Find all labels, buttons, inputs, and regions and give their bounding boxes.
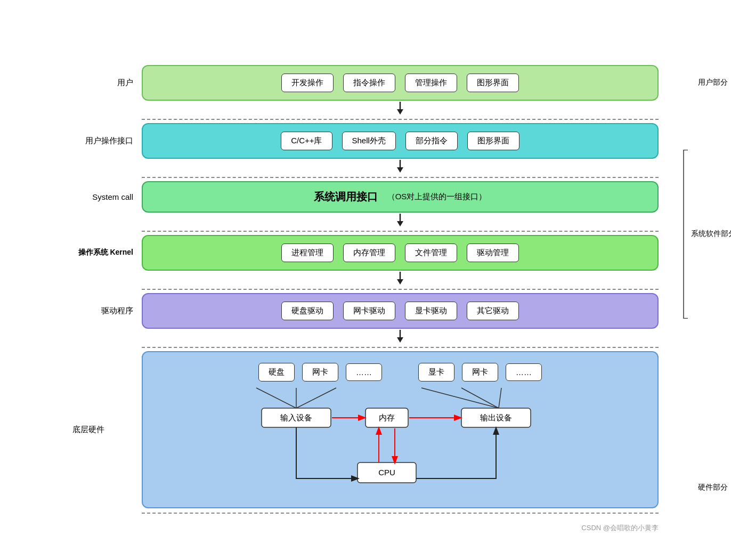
- watermark: CSDN @会唱歌的小黄李: [581, 523, 659, 533]
- user-layer: 开发操作 指令操作 管理操作 图形界面: [142, 65, 659, 101]
- svg-line-17: [461, 388, 499, 408]
- hw-graphics: 显卡: [418, 363, 454, 382]
- separator-5: [142, 347, 659, 348]
- ui-item-3: 图形界面: [467, 132, 519, 150]
- syscall-layer: 系统调用接口 （OS对上提供的一组接口）: [142, 181, 659, 213]
- driver-row: 驱动程序 硬盘驱动 网卡驱动 显卡驱动 其它驱动: [72, 293, 659, 329]
- hw-dots2: ……: [506, 363, 542, 381]
- svg-text:输入设备: 输入设备: [280, 413, 312, 422]
- driver-label: 驱动程序: [72, 306, 142, 316]
- kernel-label: 操作系统 Kernel: [72, 248, 142, 257]
- svg-marker-1: [397, 109, 403, 115]
- hw-netcard1: 网卡: [302, 363, 338, 382]
- hardware-diagram: 输入设备 内存 输出设备: [159, 388, 641, 494]
- driver-item-1: 网卡驱动: [343, 302, 395, 320]
- hardware-label: 底层硬件: [72, 351, 142, 508]
- user-part-label-container: 用户部分: [698, 65, 728, 101]
- user-interface-layer: C/C++库 Shell外壳 部分指令 图形界面: [142, 123, 659, 159]
- syscall-title: 系统调用接口: [314, 190, 378, 204]
- sys-soft-label: 系统软件部分: [691, 229, 731, 239]
- user-part-label: 用户部分: [698, 78, 728, 87]
- driver-layer: 硬盘驱动 网卡驱动 显卡驱动 其它驱动: [142, 293, 659, 329]
- separator-3: [142, 231, 659, 232]
- hardware-top-items: 硬盘 网卡 …… 显卡 网卡 ……: [258, 363, 542, 382]
- user-interface-label: 用户操作接口: [72, 136, 142, 146]
- separator-1: [142, 119, 659, 120]
- ui-item-0: C/C++库: [281, 132, 332, 150]
- svg-line-13: [256, 388, 296, 408]
- svg-text:内存: 内存: [379, 413, 395, 422]
- svg-text:输出设备: 输出设备: [480, 413, 512, 422]
- arrow-1: [142, 101, 659, 116]
- user-item-1: 指令操作: [343, 74, 395, 92]
- kernel-layer: 进程管理 内存管理 文件管理 驱动管理: [142, 235, 659, 271]
- driver-item-2: 显卡驱动: [405, 302, 457, 320]
- hardware-part-label: 硬件部分: [698, 483, 728, 492]
- hw-netcard2: 网卡: [462, 363, 498, 382]
- syscall-subtitle: （OS对上提供的一组接口）: [387, 192, 487, 202]
- svg-marker-5: [397, 221, 403, 226]
- arrow-3: [142, 213, 659, 228]
- arrow-5: [142, 329, 659, 344]
- hw-harddisk: 硬盘: [258, 363, 295, 382]
- kernel-item-0: 进程管理: [281, 244, 334, 262]
- svg-line-15: [296, 388, 336, 408]
- driver-item-0: 硬盘驱动: [281, 302, 334, 320]
- svg-marker-3: [397, 167, 403, 173]
- hardware-layer: 硬盘 网卡 …… 显卡 网卡 ……: [142, 351, 659, 508]
- driver-item-3: 其它驱动: [467, 302, 519, 320]
- svg-marker-10: [397, 279, 403, 285]
- kernel-item-3: 驱动管理: [467, 244, 519, 262]
- syscall-label: System call: [72, 192, 142, 201]
- hardware-row: 底层硬件 硬盘 网卡 …… 显卡 网卡 ……: [72, 351, 659, 508]
- user-label: 用户: [72, 78, 142, 88]
- svg-line-18: [499, 388, 501, 408]
- user-item-2: 管理操作: [405, 74, 457, 92]
- ui-item-1: Shell外壳: [342, 132, 396, 150]
- separator-2: [142, 177, 659, 178]
- arrow-4: [142, 271, 659, 286]
- user-item-3: 图形界面: [467, 74, 519, 92]
- sys-soft-label-container: 系统软件部分: [678, 150, 731, 319]
- ui-item-2: 部分指令: [405, 132, 458, 150]
- arrow-2: [142, 159, 659, 174]
- svg-line-16: [421, 388, 499, 408]
- separator-6: [142, 513, 659, 514]
- user-interface-row: 用户操作接口 C/C++库 Shell外壳 部分指令 图形界面: [72, 123, 659, 159]
- separator-4: [142, 289, 659, 290]
- kernel-row: 操作系统 Kernel 进程管理 内存管理 文件管理 驱动管理 系统软件部分: [72, 235, 659, 271]
- kernel-item-1: 内存管理: [343, 244, 395, 262]
- kernel-item-2: 文件管理: [405, 244, 457, 262]
- svg-text:CPU: CPU: [378, 468, 395, 477]
- user-item-0: 开发操作: [281, 74, 334, 92]
- svg-marker-12: [397, 337, 403, 343]
- hardware-part-label-container: 硬件部分: [698, 483, 728, 492]
- hw-dots1: ……: [346, 363, 382, 381]
- hardware-svg: 输入设备 内存 输出设备: [159, 388, 641, 494]
- user-row: 用户 开发操作 指令操作 管理操作 图形界面 用户部分: [72, 65, 659, 101]
- syscall-row: System call 系统调用接口 （OS对上提供的一组接口）: [72, 181, 659, 213]
